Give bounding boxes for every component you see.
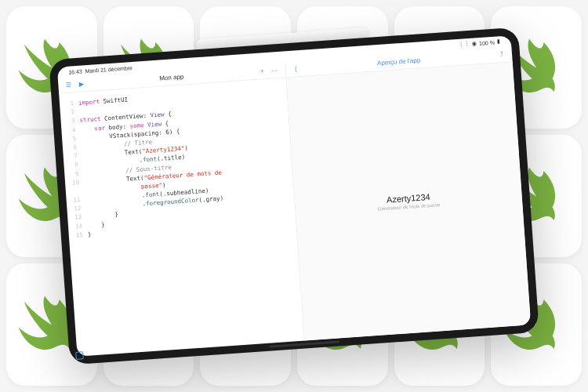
signal-icon: ◉ <box>472 40 477 46</box>
sidebar-icon[interactable]: ☰ <box>64 81 73 89</box>
preview-main-text: Azerty1234 <box>387 192 430 205</box>
share-icon[interactable]: ⤴ <box>498 50 506 59</box>
wifi-icon: ⋮⋮ <box>459 41 470 48</box>
run-button[interactable]: ▶ <box>77 80 85 89</box>
preview-canvas: Azerty1234 Générateur de mots de passe <box>286 62 531 340</box>
back-icon[interactable]: ⟨ <box>292 65 300 74</box>
battery-icon: ▮ <box>497 38 501 45</box>
status-time: 16:43 <box>68 68 82 74</box>
add-button[interactable]: + <box>258 67 267 76</box>
menu-icon[interactable]: ⋯ <box>270 66 279 74</box>
ipad-device: 16:43 Mardi 21 décembre ⋮⋮ ◉ 100 % ▮ ☰ ▶… <box>49 27 539 365</box>
source-code[interactable]: import SwiftUIstruct ContentView: View {… <box>78 85 299 349</box>
status-date: Mardi 21 décembre <box>85 64 132 73</box>
editor-pane: ☰ ▶ Mon app + ⋯ 123456789101112131415 im… <box>58 62 305 356</box>
corner-icon[interactable] <box>75 351 84 357</box>
editor-title: Mon app <box>159 73 184 82</box>
ipad-screen: 16:43 Mardi 21 décembre ⋮⋮ ◉ 100 % ▮ ☰ ▶… <box>57 35 531 357</box>
preview-pane: ⟨ Aperçu de l'app ⤴ Azerty1234 Générateu… <box>285 46 532 340</box>
battery-label: 100 % <box>479 39 495 45</box>
code-editor[interactable]: 123456789101112131415 import SwiftUIstru… <box>59 78 303 356</box>
preview-title: Aperçu de l'app <box>377 56 421 67</box>
